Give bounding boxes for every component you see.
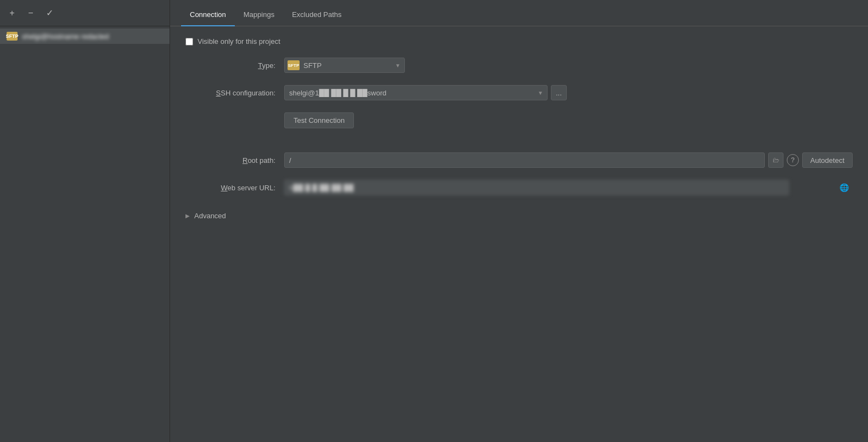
type-select[interactable]: SFTP bbox=[284, 58, 405, 73]
root-path-wrap: 🗁 ? Autodetect bbox=[284, 152, 853, 168]
test-connection-button[interactable]: Test Connection bbox=[284, 112, 354, 128]
root-path-input[interactable] bbox=[284, 152, 765, 168]
folder-icon: 🗁 bbox=[773, 156, 779, 164]
test-connection-row: Test Connection bbox=[185, 112, 853, 140]
globe-button[interactable]: 🌐 bbox=[838, 182, 849, 193]
toolbar: + − ✓ bbox=[0, 0, 170, 26]
form-area: Visible only for this project Type: SFTP… bbox=[170, 26, 868, 442]
type-select-wrap: SFTP SFTP ▼ bbox=[284, 58, 405, 73]
sidebar-content: SFTP shelgi@hostname redacted bbox=[0, 26, 170, 442]
main-panel: Connection Mappings Excluded Paths Visib… bbox=[170, 0, 868, 442]
web-server-url-row: Web server URL: 🌐 bbox=[185, 180, 853, 195]
autodetect-button[interactable]: Autodetect bbox=[802, 152, 853, 168]
ssh-config-row: SSH configuration: shelgi@1██ ██ █ █ ██s… bbox=[185, 85, 853, 100]
apply-button[interactable]: ✓ bbox=[43, 7, 56, 20]
visible-only-row: Visible only for this project bbox=[185, 37, 853, 46]
visible-only-label: Visible only for this project bbox=[198, 37, 280, 46]
web-server-url-label-text: Web server URL: bbox=[221, 184, 275, 192]
type-label-text: Type: bbox=[258, 61, 275, 70]
root-path-label-text: Root path: bbox=[243, 156, 275, 165]
web-server-url-label: Web server URL: bbox=[185, 184, 284, 192]
web-url-wrap: 🌐 bbox=[284, 180, 853, 195]
folder-browse-button[interactable]: 🗁 bbox=[768, 152, 784, 168]
advanced-label: Advanced bbox=[194, 212, 226, 220]
sidebar-item-label: shelgi@hostname redacted bbox=[22, 32, 109, 41]
ssh-config-select[interactable]: shelgi@1██ ██ █ █ ██sword bbox=[284, 85, 548, 100]
web-server-url-input[interactable] bbox=[284, 180, 789, 195]
globe-icon: 🌐 bbox=[839, 183, 849, 192]
root-path-label: Root path: bbox=[185, 156, 284, 165]
type-row: Type: SFTP SFTP ▼ bbox=[185, 58, 853, 73]
visible-only-checkbox[interactable] bbox=[185, 38, 193, 46]
ssh-label-text: SSH configuration: bbox=[216, 89, 275, 97]
ssh-label: SSH configuration: bbox=[185, 89, 284, 97]
tab-mappings[interactable]: Mappings bbox=[235, 5, 283, 26]
sidebar: + − ✓ SFTP shelgi@hostname redacted bbox=[0, 0, 170, 442]
tab-connection[interactable]: Connection bbox=[181, 5, 235, 26]
sidebar-item-sftp[interactable]: SFTP shelgi@hostname redacted bbox=[0, 29, 170, 44]
sftp-icon: SFTP bbox=[7, 32, 18, 41]
advanced-row[interactable]: ▶ Advanced bbox=[185, 207, 853, 224]
add-button[interactable]: + bbox=[5, 7, 19, 20]
root-path-row: Root path: 🗁 ? Autodetect bbox=[185, 152, 853, 168]
ssh-more-button[interactable]: ... bbox=[551, 85, 567, 100]
ssh-wrap: shelgi@1██ ██ █ █ ██sword ▼ ... bbox=[284, 85, 567, 100]
remove-button[interactable]: − bbox=[24, 7, 37, 20]
advanced-arrow-icon: ▶ bbox=[185, 213, 190, 219]
tabs-bar: Connection Mappings Excluded Paths bbox=[170, 0, 868, 26]
type-label: Type: bbox=[185, 61, 284, 70]
help-button[interactable]: ? bbox=[787, 154, 799, 166]
tab-excluded-paths[interactable]: Excluded Paths bbox=[283, 5, 350, 26]
